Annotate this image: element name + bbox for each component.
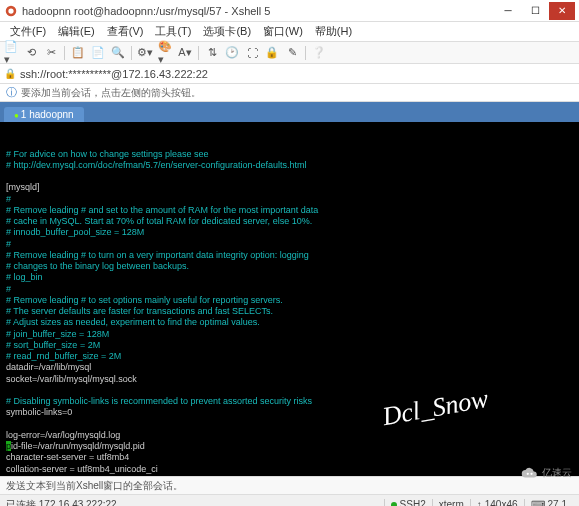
terminal-line: # Adjust sizes as needed, experiment to …	[6, 317, 573, 328]
separator	[131, 46, 132, 60]
terminal-line: # http://dev.mysql.com/doc/refman/5.7/en…	[6, 160, 573, 171]
hint-text: 要添加当前会话，点击左侧的箭头按钮。	[21, 86, 201, 100]
svg-point-3	[530, 473, 532, 475]
separator	[64, 46, 65, 60]
hint-bar: ⓘ 要添加当前会话，点击左侧的箭头按钮。	[0, 84, 579, 102]
corner-logo: 亿速云	[521, 462, 575, 484]
menu-window[interactable]: 窗口(W)	[257, 22, 309, 41]
lock-small-icon: 🔒	[4, 68, 16, 79]
corner-logo-text: 亿速云	[542, 466, 572, 480]
color-icon[interactable]: 🎨▾	[158, 46, 172, 60]
separator	[198, 46, 199, 60]
size-icon: ↕	[477, 499, 482, 506]
cloud-icon	[521, 464, 539, 482]
statusbar: 已连接 172.16.43.222:22。 SSH2 xterm ↕140x46…	[0, 494, 579, 506]
copy-icon[interactable]: 📋	[71, 46, 85, 60]
terminal-line: # For advice on how to change settings p…	[6, 149, 573, 160]
tabbar: ●1 hadoopnn	[0, 102, 579, 122]
terminal-line	[6, 419, 573, 430]
font-icon[interactable]: A▾	[178, 46, 192, 60]
local-shell-bar: 发送文本到当前Xshell窗口的全部会话。	[0, 476, 579, 494]
terminal-line: # changes to the binary log between back…	[6, 261, 573, 272]
menu-tools[interactable]: 工具(T)	[149, 22, 197, 41]
terminal-line: # Remove leading # and set to the amount…	[6, 205, 573, 216]
menu-edit[interactable]: 编辑(E)	[52, 22, 101, 41]
terminal-line: symbolic-links=0	[6, 407, 573, 418]
status-term: xterm	[432, 499, 470, 506]
terminal-line: sql_mode=STRICT_TRANS_TABLES,NO_ZERO_IN_…	[6, 475, 573, 476]
close-button[interactable]: ✕	[549, 2, 575, 20]
tab-label: 1 hadoopnn	[21, 109, 74, 120]
terminal-line	[6, 385, 573, 396]
menu-tab[interactable]: 选项卡(B)	[197, 22, 257, 41]
pos-icon: ⌨	[531, 499, 545, 506]
status-dot-icon: ●	[14, 111, 19, 120]
local-shell-text: 发送文本到当前Xshell窗口的全部会话。	[6, 479, 183, 493]
fullscreen-icon[interactable]: ⛶	[245, 46, 259, 60]
terminal-line: datadir=/var/lib/mysql	[6, 362, 573, 373]
status-size: ↕140x46	[470, 499, 524, 506]
menu-file[interactable]: 文件(F)	[4, 22, 52, 41]
terminal-line: #	[6, 194, 573, 205]
menubar: 文件(F) 编辑(E) 查看(V) 工具(T) 选项卡(B) 窗口(W) 帮助(…	[0, 22, 579, 42]
compose-icon[interactable]: ✎	[285, 46, 299, 60]
terminal-line: # The server defaults are faster for tra…	[6, 306, 573, 317]
terminal[interactable]: # For advice on how to change settings p…	[0, 122, 579, 476]
status-ssh: SSH2	[384, 499, 432, 506]
status-connection: 已连接 172.16.43.222:22。	[6, 498, 384, 507]
terminal-line: # Remove leading # to set options mainly…	[6, 295, 573, 306]
svg-point-1	[8, 8, 13, 13]
paste-icon[interactable]: 📄	[91, 46, 105, 60]
addressbar: 🔒 ssh://root:**********@172.16.43.222:22	[0, 64, 579, 84]
window-title: hadoopnn root@hadoopnn:/usr/mysql/57 - X…	[22, 5, 495, 17]
terminal-line: socket=/var/lib/mysql/mysql.sock	[6, 374, 573, 385]
terminal-line: # Remove leading # to turn on a very imp…	[6, 250, 573, 261]
toolbar: 📄▾ ⟲ ✂ 📋 📄 🔍 ⚙▾ 🎨▾ A▾ ⇅ 🕑 ⛶ 🔒 ✎ ❔	[0, 42, 579, 64]
terminal-line: #	[6, 284, 573, 295]
terminal-line: # innodb_buffer_pool_size = 128M	[6, 227, 573, 238]
lock-icon[interactable]: 🔒	[265, 46, 279, 60]
maximize-button[interactable]: ☐	[522, 2, 548, 20]
transfer-icon[interactable]: ⇅	[205, 46, 219, 60]
svg-point-2	[527, 473, 529, 475]
terminal-line: # log_bin	[6, 272, 573, 283]
app-logo	[4, 4, 18, 18]
terminal-line: [mysqld]	[6, 182, 573, 193]
terminal-line: # join_buffer_size = 128M	[6, 329, 573, 340]
separator	[305, 46, 306, 60]
minimize-button[interactable]: ─	[495, 2, 521, 20]
terminal-line: pid-file=/var/run/mysqld/mysqld.pid	[6, 441, 573, 452]
properties-icon[interactable]: ⚙▾	[138, 46, 152, 60]
green-dot-icon	[391, 502, 397, 507]
window-controls: ─ ☐ ✕	[495, 2, 575, 20]
menu-help[interactable]: 帮助(H)	[309, 22, 358, 41]
status-pos: ⌨27,1	[524, 499, 573, 506]
terminal-line: character-set-server = utf8mb4	[6, 452, 573, 463]
find-icon[interactable]: 🔍	[111, 46, 125, 60]
help-icon[interactable]: ❔	[312, 46, 326, 60]
terminal-line: # sort_buffer_size = 2M	[6, 340, 573, 351]
reconnect-icon[interactable]: ⟲	[24, 46, 38, 60]
address-text[interactable]: ssh://root:**********@172.16.43.222:22	[20, 68, 208, 80]
history-icon[interactable]: 🕑	[225, 46, 239, 60]
titlebar: hadoopnn root@hadoopnn:/usr/mysql/57 - X…	[0, 0, 579, 22]
terminal-line: log-error=/var/log/mysqld.log	[6, 430, 573, 441]
info-icon: ⓘ	[6, 85, 17, 100]
terminal-line	[6, 171, 573, 182]
disconnect-icon[interactable]: ✂	[44, 46, 58, 60]
menu-view[interactable]: 查看(V)	[101, 22, 150, 41]
terminal-line: # read_rnd_buffer_size = 2M	[6, 351, 573, 362]
terminal-line: # Disabling symbolic-links is recommende…	[6, 396, 573, 407]
session-tab[interactable]: ●1 hadoopnn	[4, 107, 84, 122]
new-session-icon[interactable]: 📄▾	[4, 46, 18, 60]
terminal-line: #	[6, 239, 573, 250]
terminal-line: # cache in MySQL. Start at 70% of total …	[6, 216, 573, 227]
terminal-line: collation-server = utf8mb4_unicode_ci	[6, 464, 573, 475]
